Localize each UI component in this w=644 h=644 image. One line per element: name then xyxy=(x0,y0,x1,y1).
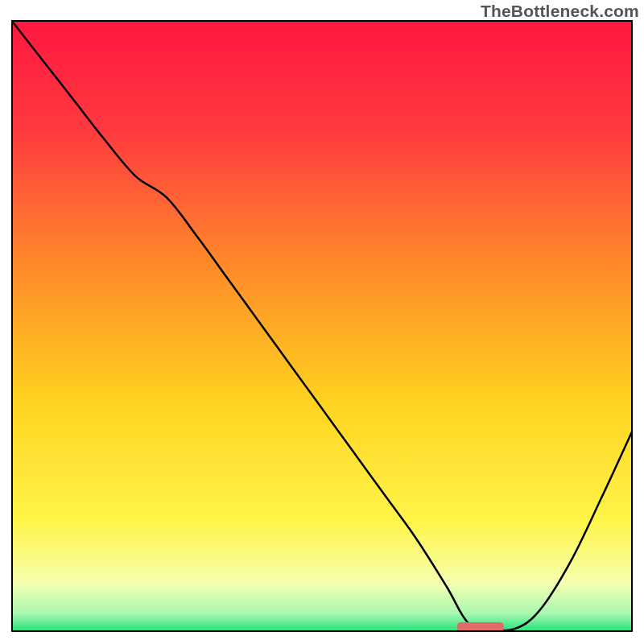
gradient-background xyxy=(11,20,633,632)
chart-container: TheBottleneck.com xyxy=(0,0,644,644)
optimal-marker xyxy=(457,622,504,632)
watermark-text: TheBottleneck.com xyxy=(481,2,639,21)
chart-svg xyxy=(0,0,644,644)
